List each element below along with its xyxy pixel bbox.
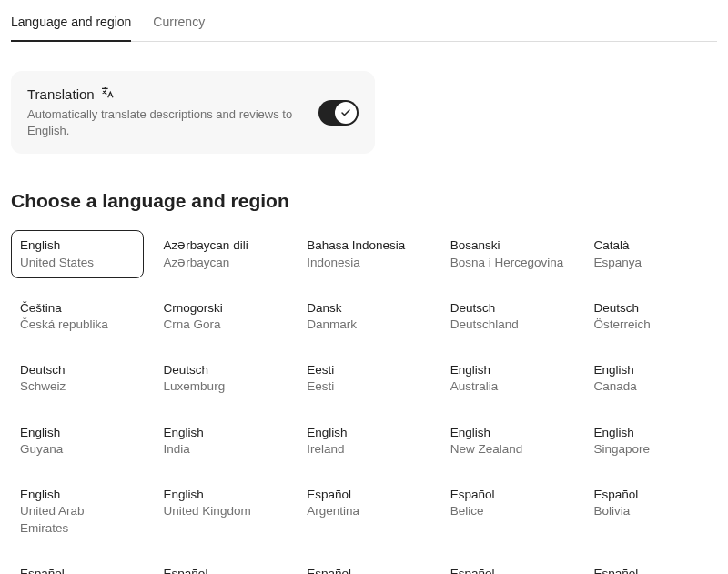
language-option[interactable]: DanskDanmark [298,293,430,340]
language-name: Deutsch [20,362,135,378]
language-region: United Kingdom [164,503,278,519]
language-name: Eesti [307,362,421,378]
language-option[interactable]: Azərbaycan diliAzərbaycan [155,230,288,277]
language-name: Español [450,566,565,574]
language-name: Deutsch [593,300,708,317]
language-name: English [20,237,135,254]
language-grid: EnglishUnited StatesAzərbaycan diliAzərb… [11,230,717,574]
language-region: Česká republika [20,317,135,333]
language-region: Österreich [593,317,708,333]
language-option[interactable]: EnglishUnited States [11,230,144,277]
language-name: Deutsch [450,300,565,317]
language-option[interactable]: CatalàEspanya [584,230,717,277]
translation-toggle[interactable] [318,100,359,126]
language-region: Danmark [307,317,421,333]
language-option[interactable]: Bahasa IndonesiaIndonesia [298,230,430,277]
language-option[interactable]: DeutschDeutschland [441,293,574,340]
language-region: Bosna i Hercegovina [450,255,565,271]
translation-title-label: Translation [27,86,95,102]
language-option[interactable]: EnglishUnited Kingdom [155,479,288,544]
language-option[interactable]: BosanskiBosna i Hercegovina [441,230,574,277]
language-region: Guyana [20,441,135,458]
language-name: English [307,425,421,441]
language-name: Español [307,566,421,574]
language-option[interactable]: EnglishSingapore [584,418,717,465]
language-option[interactable]: EnglishAustralia [441,355,574,402]
language-name: English [20,425,135,441]
language-region: Azərbaycan [164,255,278,271]
language-option[interactable]: EspañolBolivia [584,479,717,544]
language-name: Crnogorski [164,300,278,317]
language-name: Dansk [307,300,421,317]
language-name: English [164,487,278,503]
language-region: Deutschland [450,317,565,333]
language-name: Bahasa Indonesia [307,237,421,254]
language-region: Indonesia [307,255,421,271]
language-option[interactable]: EnglishIreland [298,418,430,465]
language-option[interactable]: DeutschLuxemburg [155,355,288,402]
language-region: Crna Gora [164,317,278,333]
language-name: English [20,487,135,503]
language-option[interactable]: EnglishNew Zealand [441,418,574,465]
language-option[interactable]: EnglishCanada [584,355,717,402]
language-region: Ireland [307,441,421,458]
language-option[interactable]: EspañolChile [11,559,144,574]
language-name: Español [593,566,708,574]
translation-text: Translation Automatically translate desc… [27,86,304,139]
language-option[interactable]: EspañolEl Salvador [584,559,717,574]
translation-title: Translation [27,86,304,103]
language-option[interactable]: EestiEesti [298,355,430,402]
language-option[interactable]: EnglishGuyana [11,418,144,465]
translate-icon [100,86,115,103]
language-name: Català [593,237,708,254]
translation-panel: Translation Automatically translate desc… [11,71,375,154]
language-region: Belice [450,503,565,519]
language-region: United Arab Emirates [20,503,135,536]
language-name: Español [593,487,708,503]
language-region: Singapore [593,441,708,458]
language-option[interactable]: ČeštinaČeská republika [11,293,144,340]
language-region: Luxemburg [164,378,278,395]
language-region: Argentina [307,503,421,519]
language-option[interactable]: EnglishUnited Arab Emirates [11,479,144,544]
language-name: Español [307,487,421,503]
language-option[interactable]: EspañolBelice [441,479,574,544]
language-option[interactable]: EspañolArgentina [298,479,430,544]
language-option[interactable]: DeutschÖsterreich [584,293,717,340]
language-option[interactable]: EspañolEcuador [441,559,574,574]
language-region: Canada [593,378,708,395]
language-region: Schweiz [20,378,135,395]
language-name: English [593,362,708,378]
toggle-knob [335,102,357,124]
tab-currency[interactable]: Currency [153,9,205,42]
language-option[interactable]: EspañolCosta Rica [298,559,430,574]
language-name: Español [20,566,135,574]
language-name: Español [164,566,278,574]
language-name: English [164,425,278,441]
check-icon [340,107,351,118]
translation-description: Automatically translate descriptions and… [27,106,304,139]
language-region: United States [20,255,135,271]
language-region: Eesti [307,378,421,395]
language-region: India [164,441,278,458]
language-name: Čeština [20,300,135,317]
language-name: English [450,425,565,441]
language-region: Australia [450,378,565,395]
language-region: Bolivia [593,503,708,519]
language-option[interactable]: EnglishIndia [155,418,288,465]
language-name: Bosanski [450,237,565,254]
tabs: Language and region Currency [11,0,717,42]
language-name: English [450,362,565,378]
language-name: Azərbaycan dili [164,237,278,254]
language-region: New Zealand [450,441,565,458]
language-option[interactable]: CrnogorskiCrna Gora [155,293,288,340]
language-name: English [593,425,708,441]
tab-language-region[interactable]: Language and region [11,9,131,42]
language-option[interactable]: EspañolColombia [155,559,288,574]
language-name: Español [450,487,565,503]
choose-language-heading: Choose a language and region [11,190,717,212]
language-name: Deutsch [164,362,278,378]
language-option[interactable]: DeutschSchweiz [11,355,144,402]
language-region: Espanya [593,255,708,271]
